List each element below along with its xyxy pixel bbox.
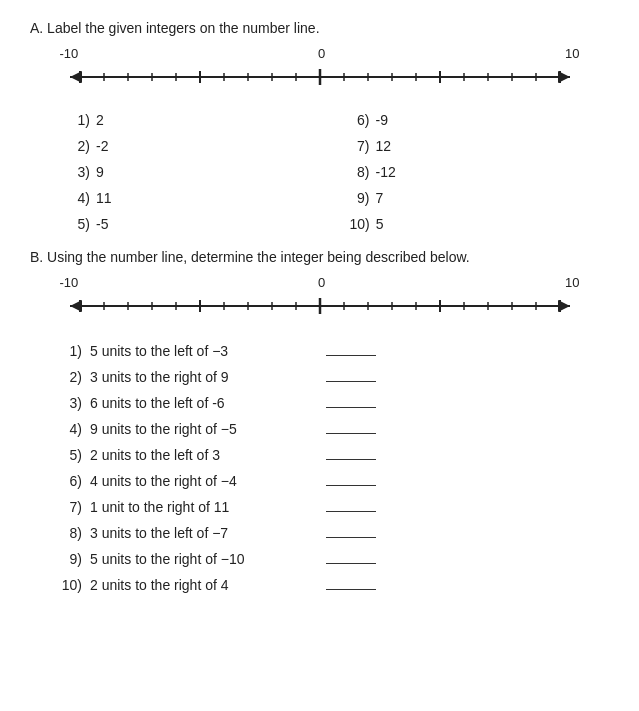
item-number: 3) xyxy=(60,395,82,411)
list-item: 1) 5 units to the left of −3 xyxy=(60,338,609,364)
list-item: 2) 3 units to the right of 9 xyxy=(60,364,609,390)
item-value: -12 xyxy=(376,164,396,180)
nl-a-label-left: -10 xyxy=(60,46,79,61)
section-b-title: B. Using the number line, determine the … xyxy=(30,249,609,265)
item-number: 3) xyxy=(70,164,90,180)
nl-b-svg xyxy=(60,292,580,320)
item-number: 7) xyxy=(350,138,370,154)
item-value: 2 xyxy=(96,112,104,128)
item-value: -2 xyxy=(96,138,108,154)
item-value: 12 xyxy=(376,138,392,154)
answer-line xyxy=(326,537,376,538)
item-description: 3 units to the right of 9 xyxy=(90,369,310,385)
item-description: 6 units to the left of -6 xyxy=(90,395,310,411)
item-description: 9 units to the right of −5 xyxy=(90,421,310,437)
item-number: 1) xyxy=(60,343,82,359)
answer-line xyxy=(326,433,376,434)
list-item: 4) 11 xyxy=(70,187,330,209)
list-item: 2) -2 xyxy=(70,135,330,157)
answer-line xyxy=(326,355,376,356)
number-line-b-container: -10 0 10 xyxy=(30,275,609,320)
item-number: 10) xyxy=(350,216,370,232)
item-description: 3 units to the left of −7 xyxy=(90,525,310,541)
nl-b-line xyxy=(60,292,580,320)
list-item: 7) 12 xyxy=(350,135,610,157)
item-number: 1) xyxy=(70,112,90,128)
nl-b-label-right: 10 xyxy=(565,275,579,290)
number-line-a-container: -10 0 10 xyxy=(30,46,609,91)
item-number: 9) xyxy=(350,190,370,206)
item-value: 9 xyxy=(96,164,104,180)
list-item: 8) 3 units to the left of −7 xyxy=(60,520,609,546)
list-item: 9) 5 units to the right of −10 xyxy=(60,546,609,572)
answer-line xyxy=(326,485,376,486)
item-value: -5 xyxy=(96,216,108,232)
item-number: 9) xyxy=(60,551,82,567)
item-number: 7) xyxy=(60,499,82,515)
answer-line xyxy=(326,563,376,564)
item-number: 8) xyxy=(350,164,370,180)
item-description: 4 units to the right of −4 xyxy=(90,473,310,489)
list-item: 6) -9 xyxy=(350,109,610,131)
answer-line xyxy=(326,589,376,590)
section-b-items: 1) 5 units to the left of −3 2) 3 units … xyxy=(60,338,609,598)
nl-a-label-center: 0 xyxy=(318,46,325,61)
item-number: 6) xyxy=(350,112,370,128)
nl-a-label-right: 10 xyxy=(565,46,579,61)
section-a-title: A. Label the given integers on the numbe… xyxy=(30,20,609,36)
item-value: 11 xyxy=(96,190,112,206)
nl-b-label-left: -10 xyxy=(60,275,79,290)
answer-line xyxy=(326,407,376,408)
item-number: 6) xyxy=(60,473,82,489)
item-description: 1 unit to the right of 11 xyxy=(90,499,310,515)
item-number: 2) xyxy=(60,369,82,385)
item-number: 2) xyxy=(70,138,90,154)
nl-a-labels: -10 0 10 xyxy=(60,46,580,61)
item-description: 5 units to the right of −10 xyxy=(90,551,310,567)
item-number: 10) xyxy=(60,577,82,593)
item-description: 2 units to the right of 4 xyxy=(90,577,310,593)
item-number: 4) xyxy=(60,421,82,437)
item-number: 5) xyxy=(60,447,82,463)
item-number: 4) xyxy=(70,190,90,206)
list-item: 10) 5 xyxy=(350,213,610,235)
item-number: 5) xyxy=(70,216,90,232)
nl-b-labels: -10 0 10 xyxy=(60,275,580,290)
item-description: 2 units to the left of 3 xyxy=(90,447,310,463)
nl-a-svg xyxy=(60,63,580,91)
item-description: 5 units to the left of −3 xyxy=(90,343,310,359)
list-item: 3) 6 units to the left of -6 xyxy=(60,390,609,416)
item-value: -9 xyxy=(376,112,388,128)
section-a-items: 1) 2 6) -9 2) -2 7) 12 3) 9 8) -12 4) 11… xyxy=(70,109,609,235)
list-item: 8) -12 xyxy=(350,161,610,183)
item-value: 7 xyxy=(376,190,384,206)
list-item: 7) 1 unit to the right of 11 xyxy=(60,494,609,520)
item-value: 5 xyxy=(376,216,384,232)
list-item: 4) 9 units to the right of −5 xyxy=(60,416,609,442)
list-item: 5) 2 units to the left of 3 xyxy=(60,442,609,468)
list-item: 1) 2 xyxy=(70,109,330,131)
nl-b-label-center: 0 xyxy=(318,275,325,290)
answer-line xyxy=(326,459,376,460)
list-item: 5) -5 xyxy=(70,213,330,235)
nl-a-line xyxy=(60,63,580,91)
answer-line xyxy=(326,511,376,512)
item-number: 8) xyxy=(60,525,82,541)
list-item: 9) 7 xyxy=(350,187,610,209)
list-item: 3) 9 xyxy=(70,161,330,183)
answer-line xyxy=(326,381,376,382)
list-item: 10) 2 units to the right of 4 xyxy=(60,572,609,598)
list-item: 6) 4 units to the right of −4 xyxy=(60,468,609,494)
